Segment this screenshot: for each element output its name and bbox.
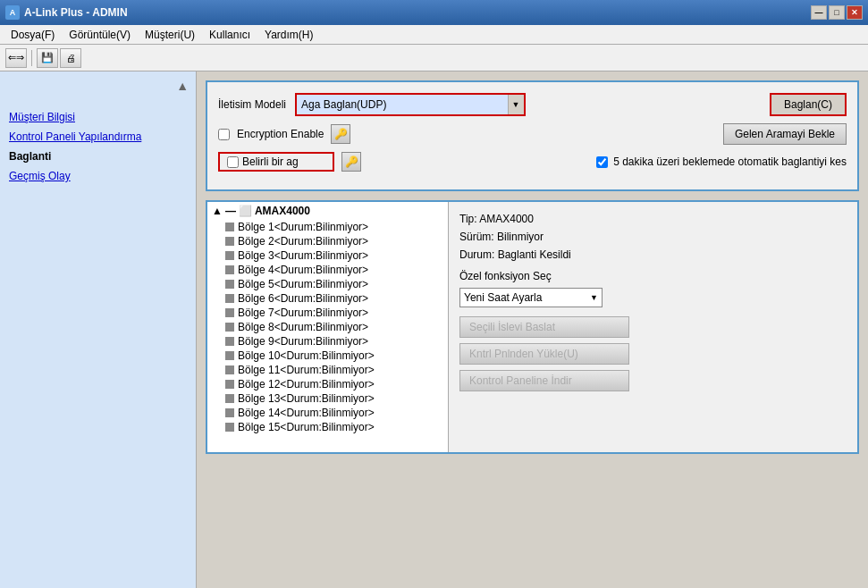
- ozel-label: Özel fonksiyon Seç: [459, 270, 847, 282]
- tree-node-icon: [225, 423, 234, 432]
- tip-row: Tip: AMAX4000: [459, 213, 847, 225]
- title-bar: A A-Link Plus - ADMIN — □ ✕: [0, 0, 868, 25]
- tree-node-icon: [225, 394, 234, 403]
- network-checkbox[interactable]: [227, 156, 239, 168]
- tree-node-icon: [225, 251, 234, 260]
- secili-button[interactable]: Seçili İslevi Baslat: [459, 316, 629, 338]
- sidebar-item-kontrol[interactable]: Kontrol Paneli Yapılandırma: [9, 127, 187, 147]
- tree-item-14[interactable]: Bölge 15<Durum:Bilinmiyor>: [207, 420, 448, 434]
- tree-item-4[interactable]: Bölge 5<Durum:Bilinmiyor>: [207, 277, 448, 291]
- app-icon: A: [5, 5, 20, 20]
- tree-item-11[interactable]: Bölge 12<Durum:Bilinmiyor>: [207, 377, 448, 391]
- tree-root-label: AMAX4000: [255, 205, 310, 217]
- tree-node-icon: [225, 337, 234, 346]
- tree-node-icon: [225, 408, 234, 417]
- iletisim-combo[interactable]: ▼: [295, 93, 525, 116]
- surum-label: Sürüm:: [459, 231, 494, 243]
- menu-bar: Dosya(F) Görüntüle(V) Müşteri(U) Kullanı…: [0, 25, 868, 45]
- tree-minus-icon: —: [225, 205, 236, 217]
- close-button[interactable]: ✕: [847, 5, 863, 20]
- network-checkbox-wrapper: Belirli bir ag: [218, 152, 334, 172]
- restore-button[interactable]: □: [829, 5, 845, 20]
- tree-item-1[interactable]: Bölge 2<Durum:Bilinmiyor>: [207, 234, 448, 248]
- tree-node-icon: [225, 351, 234, 360]
- sidebar-item-musteri[interactable]: Müşteri Bilgisi: [9, 107, 187, 127]
- baglan-button[interactable]: Baglan(C): [770, 93, 847, 116]
- surum-row: Sürüm: Bilinmiyor: [459, 231, 847, 243]
- tree-expand-icon: ▲: [212, 205, 223, 217]
- iletisim-dropdown-arrow[interactable]: ▼: [508, 95, 524, 114]
- tree-node-icon: [225, 308, 234, 317]
- func-combo-arrow: ▼: [590, 293, 598, 302]
- tree-node-icon: [225, 365, 234, 374]
- gelen-button[interactable]: Gelen Aramayi Bekle: [723, 123, 847, 145]
- menu-dosya[interactable]: Dosya(F): [4, 27, 62, 43]
- network-label: Belirli bir ag: [242, 155, 299, 168]
- durum-label: Durum:: [459, 248, 494, 261]
- save-button[interactable]: 💾: [37, 48, 58, 68]
- tree-node-icon: [225, 223, 234, 231]
- func-combo[interactable]: Yeni Saat Ayarla ▼: [459, 288, 603, 307]
- tip-label: Tip:: [459, 213, 477, 225]
- back-forward-button[interactable]: ⇐⇒: [5, 48, 27, 68]
- sidebar: ▲ Müşteri Bilgisi Kontrol Paneli Yapılan…: [0, 71, 197, 588]
- menu-kullanici[interactable]: Kullanıcı: [202, 27, 257, 43]
- iletisim-label: İletisim Modeli: [218, 98, 286, 111]
- connection-panel: İletisim Modeli ▼ Baglan(C) Encryption E…: [206, 80, 859, 191]
- tree-item-3[interactable]: Bölge 4<Durum:Bilinmiyor>: [207, 263, 448, 277]
- tree-item-0[interactable]: Bölge 1<Durum:Bilinmiyor>: [207, 220, 448, 234]
- menu-musteri[interactable]: Müşteri(U): [138, 27, 202, 43]
- sidebar-item-baglanti: Baglanti: [9, 147, 187, 166]
- tree-item-9[interactable]: Bölge 10<Durum:Bilinmiyor>: [207, 349, 448, 363]
- menu-goruntule[interactable]: Görüntüle(V): [62, 27, 138, 43]
- tree-panel: ▲ — ⬜ AMAX4000 Bölge 1<Durum:Bilinmiyor>…: [206, 200, 859, 454]
- encryption-row: Encryption Enable 🔑 Gelen Aramayi Bekle: [218, 123, 847, 145]
- timeout-label: 5 dakika üzeri beklemede otomatik baglan…: [613, 155, 847, 168]
- info-section: Tip: AMAX4000 Sürüm: Bilinmiyor Durum: B…: [449, 202, 857, 452]
- encryption-checkbox[interactable]: [218, 129, 230, 140]
- print-button[interactable]: 🖨: [60, 48, 81, 68]
- tree-item-12[interactable]: Bölge 13<Durum:Bilinmiyor>: [207, 391, 448, 406]
- timeout-row: 5 dakika üzeri beklemede otomatik baglan…: [596, 155, 847, 168]
- tree-node-icon: [225, 323, 234, 332]
- tree-node-icon: [225, 280, 234, 289]
- sidebar-nav: Müşteri Bilgisi Kontrol Paneli Yapılandı…: [0, 107, 196, 186]
- func-combo-value: Yeni Saat Ayarla: [464, 291, 542, 304]
- main-layout: ▲ Müşteri Bilgisi Kontrol Paneli Yapılan…: [0, 71, 868, 588]
- surum-value: Bilinmiyor: [497, 231, 544, 243]
- menu-yardim[interactable]: Yardım(H): [257, 27, 320, 43]
- sidebar-collapse-icon[interactable]: ▲: [176, 79, 189, 93]
- tree-node-icon: [225, 380, 234, 389]
- action-buttons: Seçili İslevi Baslat Kntrl Pnlnden Yükle…: [459, 316, 847, 391]
- iletisim-row: İletisim Modeli ▼ Baglan(C): [218, 93, 847, 116]
- tree-node-icon: [225, 237, 234, 246]
- tree-item-8[interactable]: Bölge 9<Durum:Bilinmiyor>: [207, 334, 448, 349]
- encryption-key-icon[interactable]: 🔑: [331, 124, 350, 144]
- durum-value: Baglanti Kesildi: [498, 248, 571, 261]
- tree-node-icon: [225, 265, 234, 274]
- tree-item-7[interactable]: Bölge 8<Durum:Bilinmiyor>: [207, 320, 448, 334]
- tree-root[interactable]: ▲ — ⬜ AMAX4000: [207, 202, 448, 220]
- kntrl-button[interactable]: Kntrl Pnlnden Yükle(U): [459, 343, 629, 365]
- tip-value: AMAX4000: [479, 213, 534, 225]
- func-select-row: Yeni Saat Ayarla ▼: [459, 288, 847, 307]
- tree-item-13[interactable]: Bölge 14<Durum:Bilinmiyor>: [207, 406, 448, 420]
- tree-section[interactable]: ▲ — ⬜ AMAX4000 Bölge 1<Durum:Bilinmiyor>…: [207, 202, 449, 452]
- kontrol-button[interactable]: Kontrol Paneline İndir: [459, 370, 629, 391]
- content-area: İletisim Modeli ▼ Baglan(C) Encryption E…: [197, 71, 868, 588]
- network-config-icon[interactable]: 🔑: [341, 152, 361, 172]
- sidebar-item-gecmis[interactable]: Geçmiş Olay: [9, 166, 187, 186]
- timeout-checkbox[interactable]: [596, 156, 608, 168]
- toolbar-separator: [31, 50, 32, 66]
- tree-item-5[interactable]: Bölge 6<Durum:Bilinmiyor>: [207, 291, 448, 306]
- minimize-button[interactable]: —: [811, 5, 827, 20]
- network-row: Belirli bir ag 🔑 5 dakika üzeri beklemed…: [218, 152, 847, 172]
- tree-box-icon: ⬜: [239, 205, 252, 217]
- tree-item-2[interactable]: Bölge 3<Durum:Bilinmiyor>: [207, 248, 448, 263]
- tree-item-10[interactable]: Bölge 11<Durum:Bilinmiyor>: [207, 363, 448, 377]
- iletisim-input[interactable]: [297, 95, 507, 114]
- durum-row: Durum: Baglanti Kesildi: [459, 248, 847, 261]
- tree-item-6[interactable]: Bölge 7<Durum:Bilinmiyor>: [207, 306, 448, 320]
- toolbar: ⇐⇒ 💾 🖨: [0, 45, 868, 71]
- tree-node-icon: [225, 294, 234, 303]
